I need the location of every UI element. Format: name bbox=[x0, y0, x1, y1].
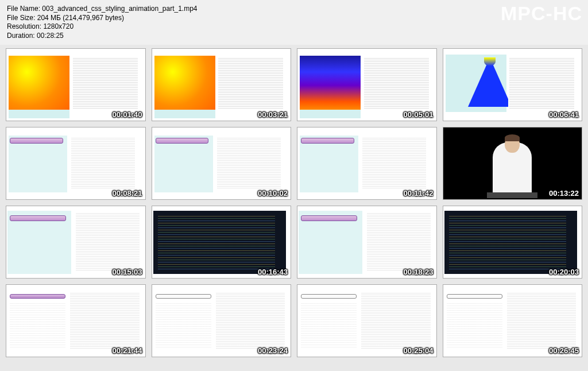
timestamp-label: 00:21:44 bbox=[112, 346, 142, 355]
thumbnail[interactable]: 00:01:40 bbox=[6, 48, 146, 121]
preview-strip bbox=[9, 110, 69, 118]
thumbnail[interactable]: 00:26:45 bbox=[443, 284, 583, 357]
devtools-panel-icon bbox=[153, 132, 287, 195]
preview-strip bbox=[300, 110, 361, 118]
devtools-panel-icon bbox=[7, 289, 141, 353]
file-info-block: File Name: 003_advanced_css_styling_anim… bbox=[7, 5, 198, 40]
duration-value: 00:28:25 bbox=[37, 32, 64, 40]
timestamp-label: 00:13:22 bbox=[549, 189, 579, 198]
timestamp-label: 00:05:01 bbox=[403, 110, 433, 119]
devtools-panel-icon bbox=[153, 289, 287, 353]
timestamp-label: 00:03:21 bbox=[258, 110, 288, 119]
timestamp-label: 00:06:41 bbox=[549, 110, 579, 119]
thumbnail[interactable]: 00:08:21 bbox=[6, 127, 146, 200]
code-panel-icon bbox=[72, 55, 144, 118]
timestamp-label: 00:16:43 bbox=[258, 268, 288, 276]
devtools-panel-icon bbox=[299, 132, 432, 195]
devtools-panel-icon bbox=[7, 132, 141, 195]
timestamp-label: 00:20:03 bbox=[549, 268, 579, 276]
timestamp-label: 00:23:24 bbox=[258, 346, 288, 355]
thumbnail[interactable]: 00:20:03 bbox=[443, 206, 583, 279]
resolution-value: 1280x720 bbox=[43, 22, 74, 30]
thumbnail[interactable]: 00:23:24 bbox=[152, 284, 292, 357]
file-name-label: File Name: bbox=[7, 5, 40, 13]
thumbnail[interactable]: 00:11:42 bbox=[297, 127, 437, 200]
code-pane-icon bbox=[366, 211, 435, 274]
timestamp-label: 00:10:02 bbox=[258, 189, 288, 198]
dark-editor-icon bbox=[153, 211, 287, 274]
preview-pane-icon bbox=[7, 211, 71, 274]
preview-gradient-icon bbox=[9, 56, 69, 110]
timestamp-label: 00:18:23 bbox=[403, 268, 433, 276]
devtools-panel-icon bbox=[444, 289, 578, 353]
timestamp-label: 00:26:45 bbox=[549, 346, 579, 355]
thumbnail[interactable]: 00:21:44 bbox=[6, 284, 146, 357]
thumbnail[interactable]: 00:18:23 bbox=[297, 206, 437, 279]
timestamp-label: 00:11:42 bbox=[403, 189, 433, 198]
file-size-value: 204 МБ (214,479,967 bytes) bbox=[37, 14, 124, 22]
preview-pane-icon bbox=[299, 211, 362, 274]
app-watermark: MPC-HC bbox=[501, 2, 582, 25]
timestamp-label: 00:01:40 bbox=[112, 110, 142, 119]
timestamp-label: 00:15:03 bbox=[112, 268, 142, 276]
resolution-label: Resolution: bbox=[7, 22, 41, 30]
thumbnail[interactable]: 00:15:03 bbox=[6, 206, 146, 279]
timestamp-label: 00:08:21 bbox=[112, 189, 142, 198]
file-size-label: File Size: bbox=[7, 14, 35, 22]
devtools-panel-icon bbox=[299, 289, 432, 353]
duration-label: Duration: bbox=[7, 32, 35, 40]
preview-strip bbox=[154, 110, 215, 118]
thumbnail-grid: 00:01:40 00:03:21 00:05:01 00:06:41 00:0… bbox=[0, 45, 588, 364]
code-panel-icon bbox=[363, 55, 435, 118]
thumbnail[interactable]: 00:16:43 bbox=[152, 206, 292, 279]
preview-gradient-icon bbox=[300, 56, 361, 110]
dark-editor-icon bbox=[444, 211, 578, 274]
code-panel-icon bbox=[217, 55, 289, 118]
thumbnail[interactable]: 00:03:21 bbox=[152, 48, 292, 121]
thumbnail[interactable]: 00:10:02 bbox=[152, 127, 292, 200]
thumbnail[interactable]: 00:06:41 bbox=[443, 48, 583, 121]
preview-gradient-icon bbox=[154, 56, 215, 110]
code-pane-icon bbox=[75, 211, 144, 274]
file-name-value: 003_advanced_css_styling_animation_part_… bbox=[42, 5, 197, 13]
code-panel-icon bbox=[508, 55, 581, 118]
thumbnail[interactable]: 00:05:01 bbox=[297, 48, 437, 121]
thumbnail[interactable]: 00:13:22 bbox=[443, 127, 583, 200]
triangle-shape-icon bbox=[468, 57, 512, 107]
file-info-header: File Name: 003_advanced_css_styling_anim… bbox=[0, 0, 588, 45]
timestamp-label: 00:25:04 bbox=[403, 346, 433, 355]
thumbnail[interactable]: 00:25:04 bbox=[297, 284, 437, 357]
